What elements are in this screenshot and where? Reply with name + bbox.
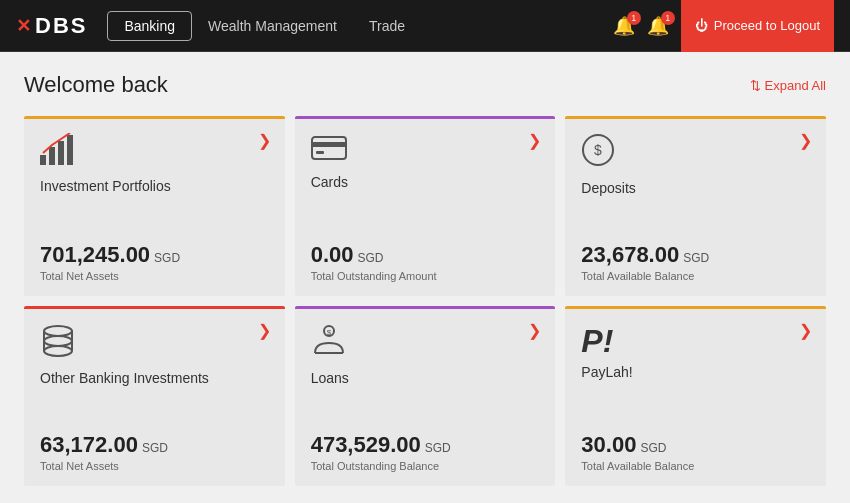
card-investment-portfolios[interactable]: ❯ Investment Portfolios 701,245.00 SGD T… xyxy=(24,116,285,296)
svg-rect-1 xyxy=(49,147,55,165)
card-amount-row: 473,529.00 SGD xyxy=(311,432,540,458)
logo-dbs-text: DBS xyxy=(35,13,87,39)
svg-rect-2 xyxy=(58,141,64,165)
card-arrow-icon[interactable]: ❯ xyxy=(799,321,812,340)
card-currency: SGD xyxy=(425,441,451,455)
welcome-row: Welcome back ⇅ Expand All xyxy=(24,72,826,98)
svg-point-13 xyxy=(44,346,72,356)
logout-icon: ⏻ xyxy=(695,18,708,33)
header: ✕ DBS Banking Wealth Management Trade 🔔 … xyxy=(0,0,850,52)
card-arrow-icon[interactable]: ❯ xyxy=(258,131,271,150)
card-amount: 23,678.00 xyxy=(581,242,679,268)
svg-rect-6 xyxy=(316,151,324,154)
card-currency: SGD xyxy=(640,441,666,455)
card-arrow-icon[interactable]: ❯ xyxy=(258,321,271,340)
card-amount-row: 30.00 SGD xyxy=(581,432,810,458)
cards-grid: ❯ Investment Portfolios 701,245.00 SGD T… xyxy=(24,116,826,486)
card-currency: SGD xyxy=(683,251,709,265)
card-sub-label: Total Available Balance xyxy=(581,270,810,282)
card-loans[interactable]: ❯ $ Loans 473,529.00 SGD Total Outstandi… xyxy=(295,306,556,486)
nav-banking[interactable]: Banking xyxy=(107,11,192,41)
svg-rect-4 xyxy=(312,137,346,159)
loans-icon: $ xyxy=(311,323,540,362)
card-sub-label: Total Outstanding Amount xyxy=(311,270,540,282)
card-paylah[interactable]: ❯ P! PayLah! 30.00 SGD Total Available B… xyxy=(565,306,826,486)
svg-point-10 xyxy=(44,336,72,346)
card-title: Investment Portfolios xyxy=(40,178,269,194)
card-sub-label: Total Available Balance xyxy=(581,460,810,472)
main-content: Welcome back ⇅ Expand All ❯ Investment P… xyxy=(0,52,850,503)
expand-all-button[interactable]: ⇅ Expand All xyxy=(750,78,826,93)
card-currency: SGD xyxy=(154,251,180,265)
nav-trade[interactable]: Trade xyxy=(353,12,421,40)
logout-label: Proceed to Logout xyxy=(714,18,820,33)
card-amount: 473,529.00 xyxy=(311,432,421,458)
card-cards[interactable]: ❯ Cards 0.00 SGD Total Outstanding Amoun… xyxy=(295,116,556,296)
logo-x-icon: ✕ xyxy=(16,15,31,37)
logout-button[interactable]: ⏻ Proceed to Logout xyxy=(681,0,834,52)
card-amount: 63,172.00 xyxy=(40,432,138,458)
card-amount-row: 23,678.00 SGD xyxy=(581,242,810,268)
welcome-title: Welcome back xyxy=(24,72,168,98)
svg-text:$: $ xyxy=(326,328,331,337)
card-title: Other Banking Investments xyxy=(40,370,269,386)
card-arrow-icon[interactable]: ❯ xyxy=(528,321,541,340)
card-amount: 30.00 xyxy=(581,432,636,458)
alert-bell-button[interactable]: 🔔 1 xyxy=(647,15,669,37)
card-title: Cards xyxy=(311,174,540,190)
svg-rect-0 xyxy=(40,155,46,165)
card-sub-label: Total Net Assets xyxy=(40,270,269,282)
card-title: PayLah! xyxy=(581,364,810,380)
card-currency: SGD xyxy=(357,251,383,265)
card-title: Deposits xyxy=(581,180,810,196)
card-sub-label: Total Net Assets xyxy=(40,460,269,472)
expand-all-label: Expand All xyxy=(765,78,826,93)
card-title: Loans xyxy=(311,370,540,386)
card-amount-row: 701,245.00 SGD xyxy=(40,242,269,268)
card-amount-row: 0.00 SGD xyxy=(311,242,540,268)
card-arrow-icon[interactable]: ❯ xyxy=(799,131,812,150)
main-nav: Banking Wealth Management Trade xyxy=(107,11,612,41)
card-arrow-icon[interactable]: ❯ xyxy=(528,131,541,150)
card-deposits[interactable]: ❯ $ Deposits 23,678.00 SGD Total Availab… xyxy=(565,116,826,296)
card-sub-label: Total Outstanding Balance xyxy=(311,460,540,472)
expand-icon: ⇅ xyxy=(750,78,761,93)
deposits-icon: $ xyxy=(581,133,810,172)
card-amount: 0.00 xyxy=(311,242,354,268)
card-amount: 701,245.00 xyxy=(40,242,150,268)
cards-icon xyxy=(311,133,540,166)
notification-bell-button[interactable]: 🔔 1 xyxy=(613,15,635,37)
svg-rect-5 xyxy=(312,142,346,147)
card-other-banking[interactable]: ❯ Other Banking Investments 63,172.00 SG… xyxy=(24,306,285,486)
investment-icon xyxy=(40,133,269,170)
card-amount-row: 63,172.00 SGD xyxy=(40,432,269,458)
svg-point-9 xyxy=(44,326,72,336)
logo: ✕ DBS xyxy=(16,13,87,39)
nav-wealth-management[interactable]: Wealth Management xyxy=(192,12,353,40)
alert-badge: 1 xyxy=(661,11,675,25)
header-right: 🔔 1 🔔 1 ⏻ Proceed to Logout xyxy=(613,0,834,52)
paylah-icon-text: P! xyxy=(581,323,810,360)
svg-text:$: $ xyxy=(594,142,602,158)
notification-badge: 1 xyxy=(627,11,641,25)
svg-rect-3 xyxy=(67,135,73,165)
card-currency: SGD xyxy=(142,441,168,455)
other-banking-icon xyxy=(40,323,269,362)
